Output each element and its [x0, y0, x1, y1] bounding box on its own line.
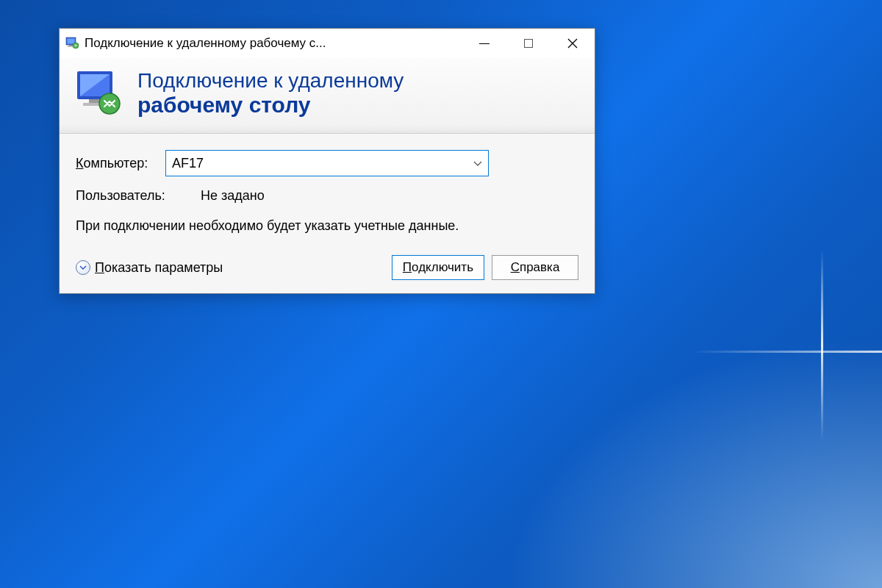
header-line2: рабочему столу: [137, 93, 404, 118]
action-buttons: Подключить Справка: [392, 255, 578, 280]
computer-input[interactable]: [172, 156, 482, 171]
desktop-background-light: [441, 294, 882, 588]
svg-point-10: [99, 93, 120, 114]
dialog-footer: Показать параметры Подключить Справка: [76, 255, 578, 280]
desktop-light-streak-horizontal: [691, 351, 882, 353]
expand-down-icon: [76, 260, 90, 275]
svg-point-4: [73, 43, 79, 49]
show-options-label: Показать параметры: [95, 260, 223, 276]
window-title: Подключение к удаленному рабочему с...: [85, 36, 462, 51]
chevron-down-icon[interactable]: [473, 157, 482, 170]
minimize-button[interactable]: [462, 29, 506, 58]
user-value: Не задано: [201, 188, 265, 204]
computer-row: Компьютер:: [76, 150, 578, 176]
close-button[interactable]: [551, 29, 595, 58]
dialog-body: Компьютер: Пользователь: Не задано При п…: [60, 134, 595, 293]
user-row: Пользователь: Не задано: [76, 188, 578, 204]
show-options-toggle[interactable]: Показать параметры: [76, 260, 223, 276]
dialog-header-text: Подключение к удаленному рабочему столу: [137, 69, 404, 118]
computer-label: Компьютер:: [76, 156, 165, 171]
rdp-window: Подключение к удаленному рабочему с... П…: [59, 28, 595, 294]
svg-rect-1: [68, 39, 75, 44]
desktop-light-streak-vertical: [821, 250, 823, 441]
help-button[interactable]: Справка: [492, 255, 578, 280]
computer-combobox[interactable]: [165, 150, 489, 176]
user-label: Пользователь:: [76, 188, 201, 204]
header-line1: Подключение к удаленному: [137, 69, 404, 93]
connect-button[interactable]: Подключить: [392, 255, 484, 280]
credentials-info: При подключении необходимо будет указать…: [76, 217, 578, 234]
dialog-header: Подключение к удаленному рабочему столу: [60, 58, 595, 134]
rdp-app-icon: [65, 36, 80, 51]
rdp-large-icon: [73, 67, 126, 120]
titlebar[interactable]: Подключение к удаленному рабочему с...: [60, 29, 595, 58]
svg-rect-2: [69, 45, 73, 46]
window-controls: [462, 29, 595, 58]
maximize-button[interactable]: [506, 29, 551, 58]
